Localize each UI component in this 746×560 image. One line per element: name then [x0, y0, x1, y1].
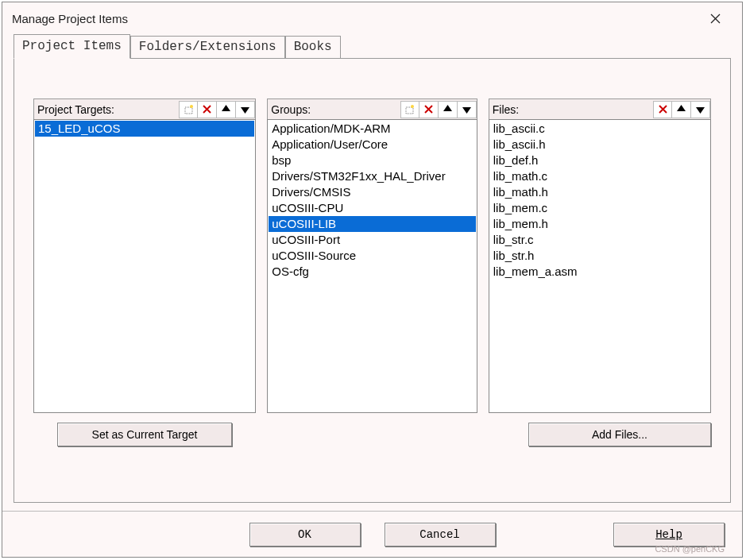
up-icon [676, 104, 686, 114]
svg-marker-6 [222, 105, 230, 111]
delete-button[interactable] [198, 101, 217, 118]
targets-toolbar [179, 101, 255, 118]
groups-column: Groups: Application/MDK-ARMApplication/U… [267, 98, 477, 413]
list-item[interactable]: uCOSIII-Port [269, 232, 475, 248]
help-button-label: Help [655, 528, 682, 541]
title-bar: Manage Project Items [2, 2, 742, 34]
up-icon [221, 104, 231, 114]
groups-listbox[interactable]: Application/MDK-ARMApplication/User/Core… [267, 119, 477, 413]
list-item[interactable]: lib_mem.c [490, 200, 709, 216]
svg-point-3 [190, 105, 193, 108]
down-button[interactable] [458, 101, 477, 118]
list-item[interactable]: 15_LED_uCOS [35, 121, 254, 137]
up-button[interactable] [217, 101, 236, 118]
targets-header: Project Targets: [33, 98, 256, 119]
delete-button[interactable] [653, 101, 672, 118]
list-item[interactable]: lib_str.c [490, 232, 709, 248]
close-icon [710, 14, 721, 24]
manage-project-items-dialog: Manage Project Items Project ItemsFolder… [2, 2, 743, 558]
list-item[interactable]: lib_math.c [490, 168, 709, 184]
svg-marker-7 [241, 107, 249, 114]
svg-marker-13 [462, 107, 471, 114]
list-item[interactable]: lib_math.h [490, 184, 709, 200]
files-toolbar [653, 101, 710, 118]
svg-point-9 [411, 105, 414, 108]
new-button[interactable] [400, 101, 419, 118]
list-item[interactable]: uCOSIII-LIB [269, 216, 475, 232]
up-button[interactable] [672, 101, 691, 118]
delete-icon [658, 104, 668, 114]
list-item[interactable]: bsp [269, 153, 475, 168]
down-icon [462, 104, 472, 114]
svg-marker-16 [677, 105, 686, 111]
tab-strip: Project ItemsFolders/ExtensionsBooks [2, 34, 742, 58]
dialog-title: Manage Project Items [12, 12, 128, 25]
dialog-button-bar: OK Cancel Help CSDN @penCKG [2, 511, 742, 557]
tab-content: Project Targets: 15_LED_uCOS Groups: App… [14, 58, 731, 503]
down-icon [240, 104, 250, 114]
tab-project-items[interactable]: Project Items [14, 34, 130, 59]
tab-folders-extensions[interactable]: Folders/Extensions [130, 36, 285, 58]
targets-listbox[interactable]: 15_LED_uCOS [33, 119, 256, 413]
list-item[interactable]: lib_def.h [490, 153, 709, 168]
help-button[interactable]: Help [613, 523, 725, 546]
list-item[interactable]: lib_str.h [490, 248, 709, 264]
up-button[interactable] [439, 101, 458, 118]
svg-marker-17 [696, 107, 705, 114]
tab-books[interactable]: Books [285, 36, 341, 58]
list-item[interactable]: lib_mem.h [490, 216, 709, 232]
groups-label: Groups: [271, 103, 400, 116]
set-current-target-button[interactable]: Set as Current Target [57, 423, 232, 446]
list-item[interactable]: uCOSIII-Source [269, 248, 475, 264]
list-item[interactable]: lib_ascii.c [490, 121, 709, 137]
up-icon [443, 104, 453, 114]
list-item[interactable]: Application/User/Core [269, 137, 475, 153]
columns-container: Project Targets: 15_LED_uCOS Groups: App… [33, 98, 711, 413]
add-files-button[interactable]: Add Files... [528, 423, 711, 446]
new-button[interactable] [179, 101, 198, 118]
list-item[interactable]: Drivers/STM32F1xx_HAL_Driver [269, 168, 475, 184]
close-button[interactable] [698, 6, 732, 30]
files-column: Files: lib_ascii.clib_ascii.hlib_def.hli… [489, 98, 711, 413]
watermark-text: CSDN @penCKG [655, 544, 725, 554]
targets-label: Project Targets: [37, 103, 179, 116]
below-columns: Set as Current Target Add Files... [33, 423, 711, 446]
list-item[interactable]: uCOSIII-CPU [269, 200, 475, 216]
delete-icon [423, 104, 434, 114]
ok-button[interactable]: OK [249, 523, 361, 546]
files-header: Files: [489, 98, 711, 119]
down-icon [695, 104, 705, 114]
groups-header: Groups: [267, 98, 477, 119]
down-button[interactable] [691, 101, 710, 118]
list-item[interactable]: lib_ascii.h [490, 137, 709, 153]
list-item[interactable]: Drivers/CMSIS [269, 184, 475, 200]
delete-icon [202, 104, 212, 114]
files-listbox[interactable]: lib_ascii.clib_ascii.hlib_def.hlib_math.… [489, 119, 711, 413]
svg-marker-12 [443, 105, 452, 111]
svg-rect-8 [406, 107, 413, 114]
list-item[interactable]: OS-cfg [269, 264, 475, 280]
groups-toolbar [400, 101, 477, 118]
new-icon [184, 104, 194, 114]
list-item[interactable]: Application/MDK-ARM [269, 121, 475, 137]
list-item[interactable]: lib_mem_a.asm [490, 264, 709, 280]
delete-button[interactable] [419, 101, 439, 118]
targets-column: Project Targets: 15_LED_uCOS [33, 98, 256, 413]
new-icon [404, 104, 415, 114]
files-label: Files: [493, 103, 653, 116]
down-button[interactable] [236, 101, 255, 118]
svg-rect-2 [185, 107, 192, 114]
cancel-button[interactable]: Cancel [385, 523, 496, 546]
